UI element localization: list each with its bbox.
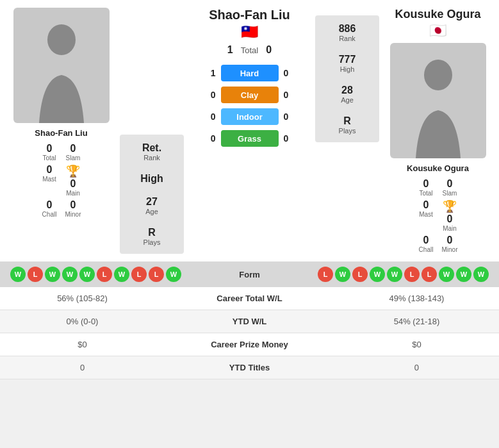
right-detail-box: 886 Rank 777 High 28 Age R Plays <box>315 15 379 142</box>
form-pill-w: W <box>79 267 95 282</box>
clay-right-count: 0 <box>284 90 297 100</box>
form-pill-w: W <box>10 267 26 282</box>
left-slam-value: 0 <box>70 143 76 154</box>
player-comparison-section: Shao-Fan Liu 0 Total 0 Slam 0 Mast 🏆 0 <box>0 0 499 261</box>
left-minor-value: 0 <box>70 199 76 211</box>
right-total-value: 0 <box>423 178 429 190</box>
form-pill-w: W <box>387 267 402 282</box>
left-plays-item: R Plays <box>143 227 161 246</box>
stats-row: 56% (105-82)Career Total W/L49% (138-143… <box>0 287 499 310</box>
left-main-label: Main <box>66 190 80 197</box>
right-rank-value: 886 <box>339 23 356 35</box>
right-rank-label: Rank <box>339 35 356 42</box>
stats-row: $0Career Prize Money$0 <box>0 333 499 356</box>
right-player-name: Kousuke Ogura <box>407 163 469 173</box>
form-pill-l: L <box>318 267 333 282</box>
left-age-item: 27 Age <box>145 196 158 215</box>
left-total-value: 0 <box>47 143 53 154</box>
left-high-item: High <box>140 173 163 185</box>
right-mast-label: Mast <box>419 211 433 218</box>
surface-row-hard: 1 Hard 0 <box>184 65 315 81</box>
form-pill-w: W <box>166 267 181 282</box>
right-plays-label: Plays <box>339 127 356 135</box>
stats-left-val: 0% (0-0) <box>0 310 165 333</box>
form-pill-l: L <box>149 267 164 282</box>
hard-right-count: 0 <box>284 68 297 78</box>
stats-row: 0YTD Titles0 <box>0 356 499 379</box>
right-main-value: 0 <box>447 213 453 225</box>
left-minor-cell: 0 Minor <box>65 199 81 218</box>
stats-left-val: 56% (105-82) <box>0 287 165 310</box>
right-rank-item: 886 Rank <box>339 23 356 42</box>
indoor-badge: Indoor <box>221 108 279 125</box>
svg-point-0 <box>47 24 76 55</box>
total-right-count: 0 <box>266 44 272 56</box>
stats-row: 0% (0-0)YTD W/L54% (21-18) <box>0 310 499 333</box>
right-player-avatar <box>390 43 486 158</box>
grass-right-count: 0 <box>284 133 297 144</box>
hard-left-count: 1 <box>203 68 216 78</box>
right-minor-label: Minor <box>442 246 458 253</box>
form-pill-w: W <box>439 267 454 282</box>
right-mast-value: 0 <box>423 199 429 211</box>
right-slam-value: 0 <box>447 178 453 190</box>
left-rank-item: Ret. Rank <box>142 142 161 162</box>
stats-right-val: 54% (21-18) <box>334 310 499 333</box>
indoor-left-count: 0 <box>203 112 216 122</box>
stats-center-label: YTD W/L <box>165 310 334 333</box>
surface-row-clay: 0 Clay 0 <box>184 87 315 103</box>
stats-left-val: $0 <box>0 333 165 356</box>
right-mast-cell: 0 Mast <box>418 199 434 232</box>
stats-center-label: Career Prize Money <box>165 333 334 356</box>
right-age-item: 28 Age <box>341 85 354 104</box>
bottom-stats-table: 56% (105-82)Career Total W/L49% (138-143… <box>0 287 499 379</box>
right-player-stats: 0 Total 0 Slam 0 Mast 🏆 0 Main <box>418 178 457 253</box>
left-detail-box: Ret. Rank High 27 Age R Plays <box>120 135 184 254</box>
indoor-right-count: 0 <box>284 112 297 122</box>
right-chall-label: Chall <box>419 246 434 253</box>
form-pill-l: L <box>404 267 420 282</box>
left-player-header: Shao-Fan Liu 🇹🇼 <box>209 8 290 40</box>
surface-lines: 1 Hard 0 0 Clay 0 0 Indoor 0 <box>184 65 315 147</box>
stats-right-val: $0 <box>334 333 499 356</box>
form-pill-w: W <box>335 267 350 282</box>
grass-left-count: 0 <box>203 133 216 144</box>
right-minor-value: 0 <box>447 235 453 246</box>
right-age-label: Age <box>341 96 354 104</box>
form-pill-l: L <box>97 267 112 282</box>
left-mast-label: Mast <box>42 176 56 183</box>
right-high-label: High <box>340 65 355 73</box>
right-age-value: 28 <box>341 85 353 96</box>
surface-row-indoor: 0 Indoor 0 <box>184 108 315 125</box>
total-left-count: 1 <box>227 44 233 56</box>
right-chall-cell: 0 Chall <box>418 235 434 253</box>
left-plays-value: R <box>148 227 156 238</box>
right-total-cell: 0 Total <box>418 178 434 197</box>
right-player-main-name: Kousuke Ogura <box>395 8 480 21</box>
left-slam-label: Slam <box>66 154 81 162</box>
left-mast-cell: 0 Mast <box>41 164 57 197</box>
stats-right-val: 49% (138-143) <box>334 287 499 310</box>
left-age-label: Age <box>145 208 158 215</box>
main-container: Shao-Fan Liu 0 Total 0 Slam 0 Mast 🏆 0 <box>0 0 499 379</box>
form-pill-l: L <box>131 267 147 282</box>
left-total-cell: 0 Total <box>41 143 57 162</box>
left-player-avatar <box>13 8 110 123</box>
stats-right-val: 0 <box>334 356 499 379</box>
left-age-value: 27 <box>146 196 158 208</box>
svg-point-1 <box>424 60 452 90</box>
grass-badge: Grass <box>221 130 279 147</box>
left-slam-cell: 0 Slam <box>65 143 81 162</box>
form-pill-w: W <box>114 267 129 282</box>
left-rank-label: Rank <box>143 154 160 162</box>
surface-row-grass: 0 Grass 0 <box>184 130 315 147</box>
right-player-column: Kousuke Ogura 🇯🇵 Kousuke Ogura 0 T <box>382 8 494 254</box>
right-total-label: Total <box>419 190 432 197</box>
left-main-cell: 🏆 0 Main <box>65 164 81 197</box>
left-chall-cell: 0 Chall <box>41 199 57 218</box>
right-plays-item: R Plays <box>339 115 356 135</box>
form-pill-w: W <box>370 267 385 282</box>
right-main-label: Main <box>443 225 457 232</box>
hard-badge: Hard <box>221 65 279 81</box>
right-trophy-icon: 🏆 <box>443 199 457 213</box>
